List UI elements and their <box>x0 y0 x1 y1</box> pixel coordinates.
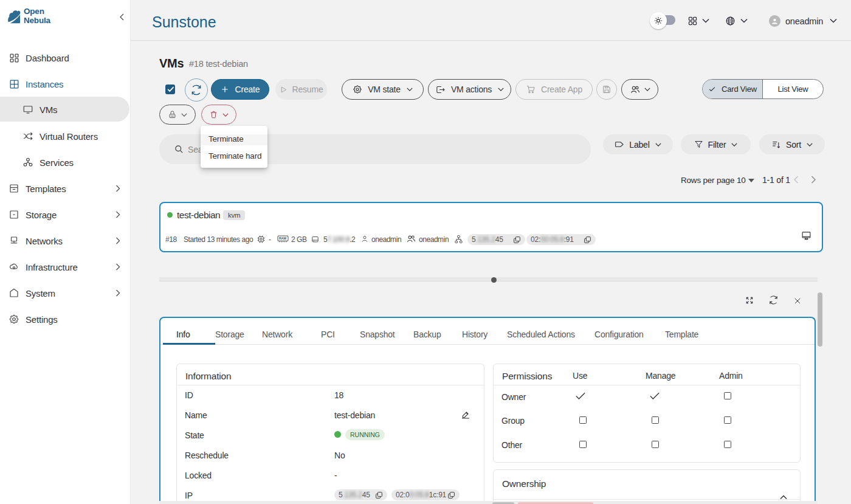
svg-text:RAM: RAM <box>279 236 287 240</box>
